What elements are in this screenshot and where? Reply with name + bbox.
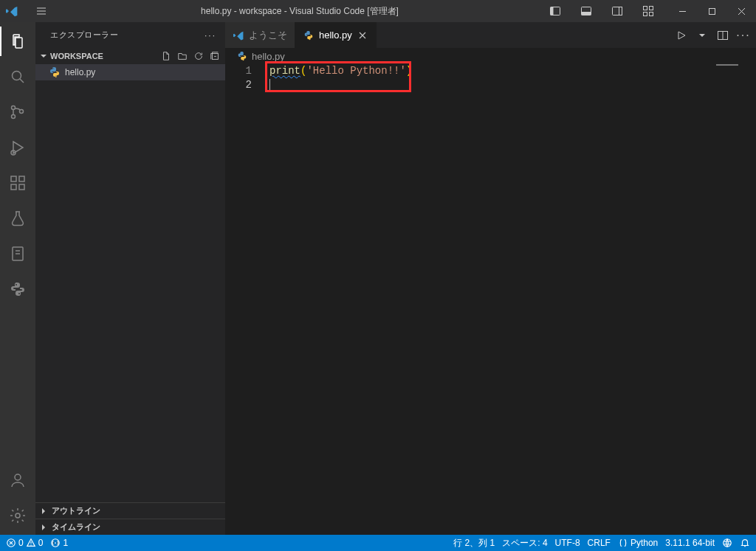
- status-encoding[interactable]: UTF-8: [555, 538, 580, 548]
- close-button[interactable]: [726, 0, 756, 22]
- refresh-icon[interactable]: [193, 50, 205, 62]
- editor-area: ようこそ hello.py ··· hello.py 1 2 print('He…: [225, 22, 756, 535]
- explorer-title: エクスプローラー: [50, 30, 118, 41]
- status-eol[interactable]: CRLF: [588, 538, 611, 548]
- activity-extensions-icon[interactable]: [0, 168, 35, 198]
- workspace-header[interactable]: WORKSPACE: [35, 48, 225, 64]
- svg-rect-16: [11, 176, 16, 181]
- svg-rect-1: [551, 7, 554, 15]
- svg-point-29: [724, 539, 732, 547]
- svg-rect-18: [19, 184, 24, 190]
- new-folder-icon[interactable]: [176, 50, 188, 62]
- python-file-icon: [237, 51, 247, 61]
- vertical-scrollbar[interactable]: [746, 64, 756, 535]
- python-file-icon: [49, 66, 61, 78]
- window-title: hello.py - workspace - Visual Studio Cod…: [59, 5, 540, 18]
- svg-rect-4: [613, 7, 622, 15]
- activity-bar: [0, 22, 35, 535]
- window-controls: [667, 0, 756, 22]
- status-cursor-position[interactable]: 行 2、列 1: [453, 537, 495, 550]
- status-language-mode[interactable]: Python: [618, 538, 658, 548]
- svg-rect-3: [582, 12, 591, 15]
- customize-layout-icon[interactable]: [633, 0, 663, 22]
- toggle-primary-sidebar-icon[interactable]: [540, 0, 570, 22]
- status-indentation[interactable]: スペース: 4: [502, 537, 547, 550]
- new-file-icon[interactable]: [160, 50, 172, 62]
- status-bar: 0 0 1 行 2、列 1 スペース: 4 UTF-8 CRLF Python …: [0, 535, 756, 551]
- svg-rect-5: [619, 7, 622, 15]
- minimap[interactable]: [716, 64, 746, 77]
- svg-rect-7: [650, 7, 653, 10]
- svg-rect-17: [11, 184, 16, 190]
- tab-hello-py[interactable]: hello.py: [295, 22, 377, 48]
- svg-rect-6: [644, 7, 647, 10]
- explorer-more-icon[interactable]: ···: [205, 30, 216, 41]
- chevron-down-icon: [38, 51, 49, 61]
- svg-point-14: [20, 110, 24, 114]
- status-feedback-icon[interactable]: [722, 538, 732, 548]
- line-number: 2: [225, 78, 252, 92]
- line-numbers: 1 2: [225, 64, 262, 92]
- outline-label: アウトライン: [52, 505, 100, 516]
- close-tab-icon[interactable]: [357, 30, 368, 41]
- status-python-interpreter[interactable]: 3.11.1 64-bit: [665, 538, 715, 548]
- minimize-button[interactable]: [667, 0, 697, 22]
- file-item[interactable]: hello.py: [35, 64, 225, 80]
- layout-controls: [540, 0, 667, 22]
- vscode-logo-icon: [233, 30, 244, 41]
- explorer-header: エクスプローラー ···: [35, 22, 225, 48]
- collapse-all-icon[interactable]: [209, 50, 221, 62]
- run-file-icon[interactable]: [673, 27, 690, 44]
- svg-rect-8: [644, 13, 647, 16]
- status-ports-count: 1: [63, 538, 68, 548]
- vscode-logo-icon: [0, 0, 24, 22]
- breadcrumb-file: hello.py: [252, 51, 285, 62]
- svg-rect-9: [650, 13, 653, 16]
- status-warnings-count: 0: [38, 538, 44, 548]
- activity-source-control-icon[interactable]: [0, 97, 35, 127]
- hamburger-menu-icon[interactable]: [24, 0, 59, 22]
- toggle-secondary-sidebar-icon[interactable]: [602, 0, 632, 22]
- split-editor-icon[interactable]: [715, 27, 731, 44]
- svg-point-13: [12, 115, 16, 119]
- timeline-section[interactable]: タイムライン: [35, 519, 225, 535]
- activity-settings-icon[interactable]: [0, 501, 35, 530]
- run-dropdown-icon[interactable]: [694, 27, 710, 44]
- outline-section[interactable]: アウトライン: [35, 502, 225, 519]
- chevron-right-icon: [38, 506, 49, 516]
- svg-point-26: [30, 544, 31, 545]
- chevron-right-icon: [38, 522, 49, 533]
- titlebar: hello.py - workspace - Visual Studio Cod…: [0, 0, 756, 22]
- sidebar-explorer: エクスプローラー ··· WORKSPACE hello.py アウトラ: [35, 22, 225, 535]
- activity-search-icon[interactable]: [0, 62, 35, 91]
- editor-more-icon[interactable]: ···: [735, 27, 752, 44]
- timeline-label: タイムライン: [52, 521, 100, 533]
- svg-point-22: [16, 513, 20, 518]
- editor-title-actions: ···: [673, 26, 752, 44]
- svg-rect-19: [19, 176, 24, 181]
- toggle-panel-icon[interactable]: [571, 0, 601, 22]
- tab-label: ようこそ: [249, 29, 287, 42]
- activity-testing-icon[interactable]: [0, 204, 35, 233]
- svg-rect-10: [709, 8, 715, 14]
- status-notifications-icon[interactable]: [740, 538, 750, 548]
- status-problems[interactable]: 0 0: [6, 538, 43, 548]
- code-editor[interactable]: 1 2 print('Hello Python!!'): [225, 64, 756, 92]
- maximize-button[interactable]: [697, 0, 726, 22]
- svg-point-21: [15, 474, 21, 480]
- activity-explorer-icon[interactable]: [0, 27, 35, 56]
- activity-notebook-icon[interactable]: [0, 239, 35, 268]
- main-area: エクスプローラー ··· WORKSPACE hello.py アウトラ: [0, 22, 756, 535]
- activity-run-debug-icon[interactable]: [0, 133, 35, 162]
- status-errors-count: 0: [18, 538, 24, 548]
- line-number: 1: [225, 64, 252, 78]
- tab-label: hello.py: [319, 30, 352, 41]
- tab-welcome[interactable]: ようこそ: [225, 22, 295, 48]
- file-name: hello.py: [65, 67, 95, 77]
- annotation-highlight-box: [265, 61, 411, 92]
- svg-point-12: [12, 106, 16, 110]
- activity-python-env-icon[interactable]: [0, 274, 35, 304]
- activity-accounts-icon[interactable]: [0, 465, 35, 495]
- status-ports[interactable]: 1: [50, 538, 68, 548]
- svg-point-28: [55, 542, 57, 544]
